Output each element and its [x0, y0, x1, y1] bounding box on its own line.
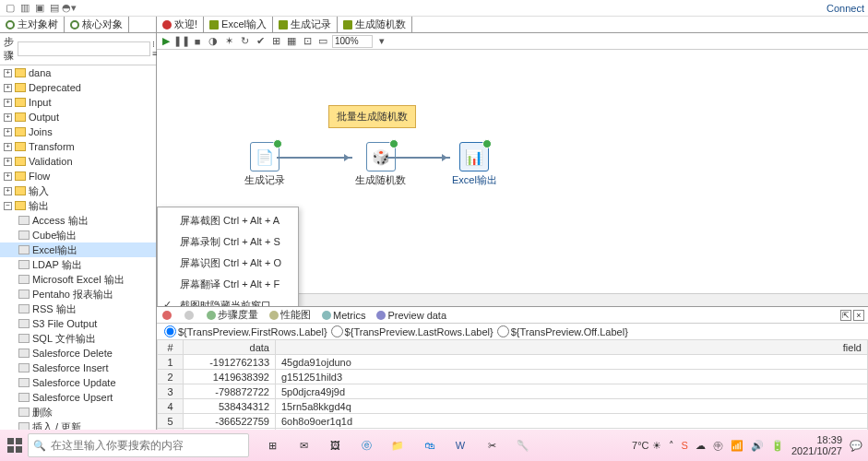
start-button[interactable]	[6, 436, 24, 455]
hop-arrow[interactable]	[387, 157, 450, 159]
context-menu-item[interactable]: 截图时隐藏当前窗口	[158, 295, 298, 306]
preview-icon[interactable]: ◑	[207, 35, 220, 48]
tree-leaf[interactable]: RSS 输出	[0, 301, 156, 316]
expand-icon[interactable]: +	[4, 143, 12, 151]
main-tab[interactable]: Excel输入	[204, 17, 273, 32]
tree-folder[interactable]: +Flow	[0, 169, 156, 183]
tray-volume-icon[interactable]: 🔊	[751, 440, 764, 452]
pause-icon[interactable]: ❚❚	[175, 35, 188, 48]
tree-folder[interactable]: +Joins	[0, 124, 156, 139]
dropdown-icon[interactable]: ◓▾	[63, 2, 76, 15]
tray-wifi-icon[interactable]: 📶	[731, 440, 743, 452]
node-generate-random[interactable]: 🎲 生成随机数	[355, 142, 406, 187]
context-menu-item[interactable]: 屏幕翻译 Ctrl + Alt + F	[158, 274, 298, 295]
tray-notifications-icon[interactable]: 💬	[850, 440, 862, 452]
app-taskview[interactable]: ⊞	[258, 433, 286, 457]
main-tab[interactable]: 生成随机数	[338, 17, 412, 32]
node-excel-output[interactable]: 📊 Excel输出	[452, 142, 497, 187]
steps-tree[interactable]: +dana+Deprecated+Input+Output+Joins+Tran…	[0, 65, 156, 442]
tree-folder-open[interactable]: −输出	[0, 198, 156, 213]
tree-folder[interactable]: +Deprecated	[0, 80, 156, 95]
col-header[interactable]: field	[276, 340, 868, 355]
app-explorer[interactable]: 📁	[384, 433, 411, 457]
tray-battery-icon[interactable]: 🔋	[771, 440, 784, 452]
expand-icon[interactable]: +	[4, 113, 12, 122]
expand-icon[interactable]: +	[4, 158, 12, 166]
replay-icon[interactable]: ↻	[238, 35, 251, 48]
radio-first[interactable]: ${TransPreview.FirstRows.Label}	[164, 325, 327, 337]
btab-log[interactable]: 日志	[179, 311, 201, 320]
tree-folder[interactable]: +Output	[0, 110, 156, 124]
canvas-note[interactable]: 批量生成随机数	[328, 105, 416, 128]
taskbar-clock[interactable]: 18:39 2021/10/27	[791, 434, 842, 456]
context-menu-item[interactable]: 屏幕截图 Ctrl + Alt + A	[158, 210, 298, 231]
table-row[interactable]: 21419638392g151251hild3	[158, 370, 868, 384]
btab-step-metrics[interactable]: 步骤度量	[201, 308, 264, 322]
tree-leaf[interactable]: LDAP 输出	[0, 257, 156, 272]
context-menu-item[interactable]: 屏幕识图 Ctrl + Alt + O	[158, 253, 298, 274]
tree-leaf[interactable]: Access 输出	[0, 213, 156, 228]
show-results-icon[interactable]: ▭	[316, 35, 329, 48]
zoom-input[interactable]	[332, 35, 373, 48]
tree-leaf[interactable]: Microsoft Excel 输出	[0, 272, 156, 287]
check-icon[interactable]: ✔	[254, 35, 267, 48]
steps-search-input[interactable]	[18, 41, 150, 56]
table-row[interactable]: 5-3665227596oh8o9oer1q1d	[158, 414, 868, 429]
expand-icon[interactable]: +	[4, 84, 12, 92]
app-edge[interactable]: ⓔ	[352, 433, 380, 457]
expand-icon[interactable]: +	[4, 69, 12, 77]
taskbar-search[interactable]: 🔍	[28, 433, 249, 457]
col-header[interactable]: data	[184, 340, 276, 355]
weather-widget[interactable]: 7°C ☀	[632, 440, 661, 452]
tree-folder[interactable]: +输入	[0, 183, 156, 198]
tab-core-objects[interactable]: 核心对象	[65, 17, 129, 32]
tray-ime-icon[interactable]: ㊥	[713, 439, 723, 453]
main-tab[interactable]: 生成记录	[273, 17, 338, 32]
btab-exec-results[interactable]: 执行结果	[157, 311, 179, 320]
tree-leaf[interactable]: 删除	[0, 405, 156, 420]
tray-cloud-icon[interactable]: ☁	[696, 440, 706, 452]
tray-app-icon[interactable]: S	[682, 440, 688, 451]
context-menu-item[interactable]: 屏幕录制 Ctrl + Alt + S	[158, 231, 298, 253]
close-icon[interactable]: ×	[853, 310, 864, 321]
app-mail[interactable]: ✉	[290, 433, 317, 457]
app-photos[interactable]: 🖼	[321, 433, 349, 457]
app-store[interactable]: 🛍	[415, 433, 443, 457]
tree-leaf[interactable]: S3 File Output	[0, 316, 156, 331]
table-row[interactable]: 1-191276213345gda91ojduno	[158, 355, 868, 370]
tree-leaf[interactable]: Pentaho 报表输出	[0, 287, 156, 301]
tree-folder[interactable]: +dana	[0, 65, 156, 80]
tab-main-tree[interactable]: 主对象树	[0, 17, 65, 32]
tree-leaf[interactable]: Salesforce Update	[0, 375, 156, 390]
expand-icon[interactable]: +	[4, 128, 12, 136]
connect-link[interactable]: Connect	[826, 3, 864, 14]
app-pentaho[interactable]: 🥄	[509, 433, 537, 457]
btab-metrics[interactable]: Metrics	[316, 310, 371, 321]
tree-leaf[interactable]: Salesforce Insert	[0, 361, 156, 375]
collapse-icon[interactable]: −	[4, 202, 12, 210]
taskbar-search-input[interactable]	[51, 439, 248, 452]
tree-leaf[interactable]: Cube输出	[0, 228, 156, 242]
radio-last[interactable]: ${TransPreview.LastRows.Label}	[331, 325, 493, 337]
radio-off[interactable]: ${TransPreview.Off.Label}	[497, 325, 628, 337]
tree-folder[interactable]: +Transform	[0, 139, 156, 154]
tray-chevron-icon[interactable]: ˄	[669, 440, 674, 452]
tree-folder[interactable]: +Input	[0, 95, 156, 110]
expand-icon[interactable]: +	[4, 187, 12, 195]
sql-icon[interactable]: ▦	[285, 35, 298, 48]
canvas[interactable]: 批量生成随机数 📄 生成记录 🎲 生成随机数 📊 Excel输出 屏幕截图 Ct…	[157, 50, 868, 306]
expand-icon[interactable]: +	[4, 172, 12, 181]
table-row[interactable]: 3-7988727225p0djcra49j9d	[158, 384, 868, 399]
open-icon[interactable]: ▥	[18, 2, 31, 15]
node-generate-rows[interactable]: 📄 生成记录	[244, 142, 285, 187]
detach-icon[interactable]: ⇱	[840, 310, 851, 321]
save-icon[interactable]: ▣	[33, 2, 46, 15]
explore-icon[interactable]: ⊡	[301, 35, 314, 48]
app-word[interactable]: W	[446, 433, 474, 457]
hop-arrow[interactable]	[277, 157, 352, 159]
col-header[interactable]: #	[158, 340, 184, 355]
new-icon[interactable]: ▢	[4, 2, 17, 15]
table-row[interactable]: 453843431215rn5a8kkgd4q	[158, 399, 868, 414]
tree-leaf[interactable]: Excel输出	[0, 242, 156, 257]
expand-icon[interactable]: +	[4, 99, 12, 107]
